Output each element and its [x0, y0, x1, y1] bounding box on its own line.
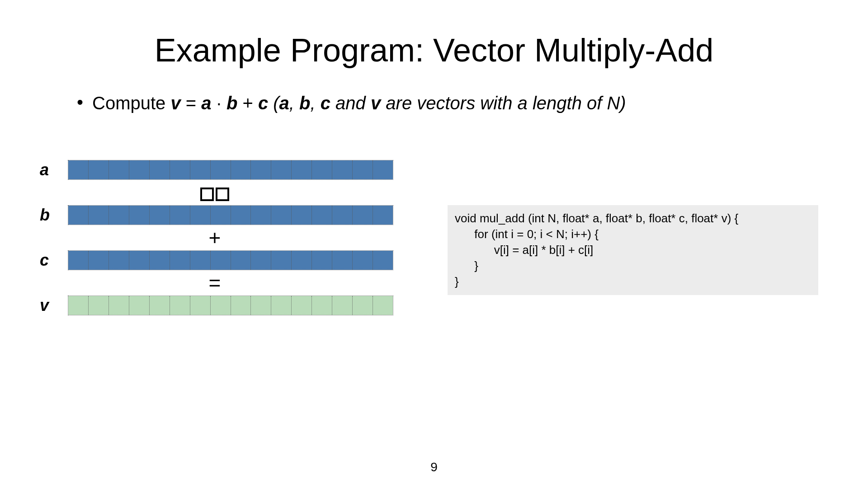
vector-cell	[373, 251, 393, 270]
vector-cell	[231, 160, 251, 179]
operator-row-mul	[36, 180, 393, 205]
vector-cell	[129, 251, 150, 270]
operator-row-plus: +	[36, 225, 393, 250]
vector-cell	[190, 296, 211, 315]
vector-cell	[109, 296, 129, 315]
box-icon	[200, 188, 214, 201]
vector-cell	[170, 160, 190, 179]
text: Compute	[92, 93, 170, 113]
vector-cell	[190, 251, 211, 270]
vector-cell	[271, 251, 292, 270]
code-line: }	[455, 274, 811, 290]
var-v2: v	[371, 93, 381, 113]
vector-row-b: b	[36, 205, 407, 225]
text: (	[268, 93, 279, 113]
vector-bar-v	[68, 296, 393, 315]
vector-cell	[312, 160, 332, 179]
vector-cell	[129, 206, 150, 225]
vector-cell	[129, 160, 150, 179]
vector-cell	[373, 160, 393, 179]
vector-bar-c	[68, 250, 393, 270]
vector-cell	[251, 296, 271, 315]
vector-cell	[271, 160, 292, 179]
vector-label-v: v	[36, 296, 68, 315]
vector-cell	[251, 160, 271, 179]
page-title: Example Program: Vector Multiply-Add	[36, 32, 832, 69]
var-b2: b	[299, 93, 310, 113]
vector-cell	[292, 251, 312, 270]
vector-cell	[271, 296, 292, 315]
operator-row-eq: =	[36, 270, 393, 296]
vector-cell	[150, 160, 170, 179]
slide: Example Program: Vector Multiply-Add • C…	[0, 0, 868, 488]
vector-label-b: b	[36, 206, 68, 225]
var-a: a	[201, 93, 211, 113]
vector-cell	[332, 206, 353, 225]
vector-label-a: a	[36, 160, 68, 179]
var-c: c	[258, 93, 268, 113]
vector-cell	[312, 296, 332, 315]
vector-cell	[190, 206, 211, 225]
text: ,	[311, 93, 321, 113]
vector-cell	[292, 160, 312, 179]
code-line: }	[455, 258, 811, 274]
vector-cell	[332, 251, 353, 270]
bullet-dot-icon: •	[77, 91, 83, 113]
var-v: v	[170, 93, 180, 113]
vector-cell	[271, 206, 292, 225]
vector-cell	[89, 296, 109, 315]
vector-row-v: v	[36, 296, 407, 315]
text: ,	[289, 93, 299, 113]
vector-cell	[292, 296, 312, 315]
vector-cell	[231, 296, 251, 315]
bullet-text: Compute v = a · b + c (a, b, c and v are…	[92, 91, 626, 115]
vector-cell	[109, 206, 129, 225]
code-line: v[i] = a[i] * b[i] + c[i]	[455, 242, 811, 258]
vector-cell	[373, 206, 393, 225]
vector-diagram: a b + c = v	[36, 160, 407, 315]
vector-cell	[332, 160, 353, 179]
bullet-item: • Compute v = a · b + c (a, b, c and v a…	[77, 91, 832, 115]
vector-cell	[251, 206, 271, 225]
vector-cell	[190, 160, 211, 179]
vector-cell	[150, 251, 170, 270]
code-line: for (int i = 0; i < N; i++) {	[455, 226, 811, 242]
vector-cell	[68, 206, 89, 225]
vector-cell	[170, 296, 190, 315]
vector-cell	[170, 251, 190, 270]
box-icon	[216, 188, 229, 201]
vector-cell	[292, 206, 312, 225]
plus-icon: +	[209, 225, 221, 250]
page-number: 9	[430, 460, 438, 474]
vector-cell	[150, 206, 170, 225]
text: and	[330, 93, 371, 113]
vector-cell	[373, 296, 393, 315]
vector-cell	[312, 206, 332, 225]
vector-cell	[332, 296, 353, 315]
vector-cell	[68, 251, 89, 270]
var-c2: c	[321, 93, 330, 113]
vector-label-c: c	[36, 251, 68, 270]
multiply-icon	[199, 180, 230, 205]
text: are vectors with a length of N)	[381, 93, 626, 113]
vector-cell	[231, 251, 251, 270]
var-b: b	[226, 93, 237, 113]
vector-cell	[129, 296, 150, 315]
vector-cell	[211, 206, 231, 225]
vector-cell	[251, 251, 271, 270]
vector-cell	[89, 206, 109, 225]
vector-cell	[312, 251, 332, 270]
code-block: void mul_add (int N, float* a, float* b,…	[448, 205, 818, 295]
vector-cell	[353, 296, 373, 315]
vector-cell	[211, 296, 231, 315]
vector-cell	[150, 296, 170, 315]
vector-cell	[89, 251, 109, 270]
code-line: void mul_add (int N, float* a, float* b,…	[455, 211, 811, 226]
vector-cell	[211, 251, 231, 270]
vector-cell	[68, 160, 89, 179]
vector-cell	[211, 160, 231, 179]
vector-cell	[89, 160, 109, 179]
content-area: a b + c = v	[36, 160, 832, 315]
vector-bar-b	[68, 205, 393, 225]
var-a2: a	[279, 93, 289, 113]
